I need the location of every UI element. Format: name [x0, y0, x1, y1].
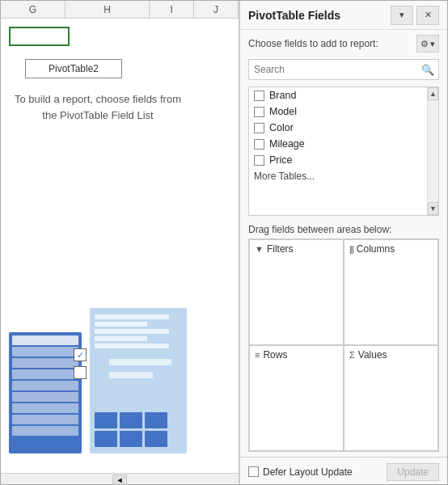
- horizontal-scrollbar: ◄: [1, 473, 239, 485]
- illus-row: [12, 347, 78, 356]
- spreadsheet-area: G H I J PivotTable2 To build a report, c…: [1, 1, 239, 485]
- pivot-subtitle-text: Choose fields to add to report:: [248, 38, 378, 49]
- rows-area[interactable]: ≡ Rows: [249, 345, 344, 451]
- illustration: ✓: [9, 292, 203, 453]
- illus-grid-cell: [95, 431, 117, 447]
- filters-label: Filters: [267, 243, 294, 255]
- scrollbar-up-arrow[interactable]: ▲: [428, 87, 438, 100]
- field-item-brand[interactable]: Brand: [249, 87, 438, 103]
- illus-doc-line: [109, 359, 171, 365]
- illus-doc: ✓: [90, 308, 187, 453]
- illus-row: [12, 358, 78, 368]
- columns-icon: |||: [349, 245, 353, 254]
- pivot-header-icons: ▾ ✕: [391, 6, 439, 25]
- col-header-j: J: [194, 1, 239, 18]
- field-checkbox-mileage[interactable]: [254, 139, 264, 150]
- column-headers: G H I J: [1, 1, 239, 19]
- field-item-price[interactable]: Price: [249, 152, 438, 168]
- areas-grid: ▼ Filters ||| Columns ≡ Rows Σ Values: [248, 238, 439, 452]
- filter-icon: ▼: [255, 244, 264, 254]
- values-label: Values: [358, 349, 387, 361]
- selected-cell[interactable]: [9, 27, 70, 46]
- scrollbar-track: [428, 100, 438, 202]
- drag-label: Drag fields between areas below:: [240, 219, 447, 238]
- instruction-text: To build a report, choose fields from th…: [9, 91, 187, 123]
- col-header-g: G: [1, 1, 66, 18]
- rows-label: Rows: [263, 349, 287, 361]
- illus-grid-cell: [145, 431, 167, 447]
- pivot-table-label: PivotTable2: [25, 59, 122, 78]
- spreadsheet-body: PivotTable2 To build a report, choose fi…: [1, 19, 239, 485]
- gear-icon: ⚙: [421, 39, 429, 49]
- illus-doc-line: [109, 372, 153, 378]
- field-checkbox-color[interactable]: [254, 123, 264, 133]
- rows-area-header: ≡ Rows: [255, 349, 338, 361]
- field-item-color[interactable]: Color: [249, 120, 438, 136]
- search-input[interactable]: [248, 59, 439, 80]
- columns-area-header: ||| Columns: [349, 243, 433, 255]
- illus-row: [12, 415, 78, 424]
- defer-container: Defer Layout Update: [248, 466, 353, 478]
- field-label-mileage: Mileage: [269, 138, 305, 150]
- illus-doc-line: [95, 329, 169, 334]
- col-header-i: I: [150, 1, 194, 18]
- settings-button[interactable]: ⚙ ▾: [416, 35, 439, 53]
- illus-doc-line: [95, 336, 147, 341]
- illus-grid-cell: [120, 412, 142, 428]
- defer-checkbox[interactable]: [248, 466, 259, 477]
- columns-label: Columns: [357, 243, 395, 255]
- illus-row: [12, 381, 78, 390]
- settings-dropdown-arrow: ▾: [430, 39, 435, 49]
- defer-label: Defer Layout Update: [263, 466, 353, 478]
- rows-icon: ≡: [255, 350, 260, 360]
- values-area-header: Σ Values: [349, 349, 433, 361]
- field-item-mileage[interactable]: Mileage: [249, 136, 438, 152]
- pivot-subtitle-row: Choose fields to add to report: ⚙ ▾: [240, 30, 447, 56]
- update-button[interactable]: Update: [387, 463, 439, 481]
- pivot-panel-title: PivotTable Fields: [248, 9, 340, 22]
- illus-table: [9, 332, 82, 453]
- illus-row: [12, 369, 78, 379]
- fields-list[interactable]: Brand Model Color Mileage Price More Tab…: [248, 86, 439, 216]
- columns-area[interactable]: ||| Columns: [344, 239, 438, 345]
- scroll-left-arrow[interactable]: ◄: [112, 474, 127, 486]
- illus-row: [12, 403, 78, 413]
- pivot-footer: Defer Layout Update Update: [240, 457, 447, 485]
- scrollbar-down-arrow[interactable]: ▼: [428, 202, 438, 215]
- illus-doc-line: [95, 314, 169, 319]
- field-label-brand: Brand: [269, 90, 296, 101]
- field-checkbox-brand[interactable]: [254, 91, 264, 101]
- search-icon: 🔍: [421, 64, 434, 76]
- illus-grid-cell: [145, 412, 167, 428]
- field-label-model: Model: [269, 106, 297, 117]
- illus-checkbox: [74, 366, 87, 379]
- illus-grid: [95, 412, 167, 447]
- filters-area[interactable]: ▼ Filters: [249, 239, 344, 345]
- illus-doc-line: [95, 322, 147, 327]
- pivot-dropdown-btn[interactable]: ▾: [391, 6, 413, 25]
- field-item-model[interactable]: Model: [249, 103, 438, 120]
- illus-row: [12, 426, 78, 436]
- illus-doc-line: [95, 344, 169, 348]
- more-tables-link[interactable]: More Tables...: [249, 168, 438, 184]
- field-label-price: Price: [269, 154, 292, 166]
- pivot-close-btn[interactable]: ✕: [416, 6, 439, 25]
- filters-area-header: ▼ Filters: [255, 243, 338, 255]
- field-checkbox-model[interactable]: [254, 107, 264, 117]
- values-icon: Σ: [349, 350, 355, 360]
- pivot-panel: PivotTable Fields ▾ ✕ Choose fields to a…: [239, 1, 447, 485]
- pivot-panel-header: PivotTable Fields ▾ ✕: [240, 1, 447, 30]
- illus-checkbox-checked: ✓: [74, 348, 87, 361]
- values-area[interactable]: Σ Values: [344, 345, 438, 451]
- search-container: 🔍: [240, 56, 447, 83]
- illus-row: [12, 392, 78, 402]
- illus-checkbox-area: ✓: [74, 348, 87, 379]
- illus-grid-cell: [120, 431, 142, 447]
- field-checkbox-price[interactable]: [254, 155, 264, 166]
- illus-row: [12, 335, 78, 345]
- col-header-h: H: [66, 1, 150, 18]
- fields-scrollbar[interactable]: ▲ ▼: [427, 87, 438, 215]
- field-label-color: Color: [269, 122, 294, 133]
- illus-grid-cell: [95, 412, 117, 428]
